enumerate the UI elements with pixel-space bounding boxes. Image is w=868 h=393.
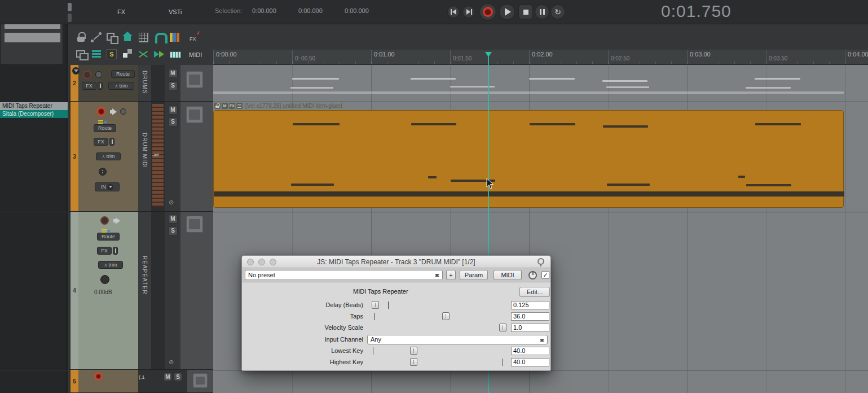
- mute-button[interactable]: M: [164, 373, 172, 381]
- add-preset-button[interactable]: +: [446, 270, 456, 280]
- midi-item[interactable]: [213, 110, 844, 208]
- track-thumbnail[interactable]: [186, 106, 203, 123]
- midi-note[interactable]: [738, 176, 745, 178]
- param-value-box[interactable]: 40.0: [511, 347, 549, 355]
- midi-bass-note[interactable]: [214, 191, 844, 197]
- record-arm-button[interactable]: [97, 107, 105, 116]
- theme-colors-icon[interactable]: [168, 30, 182, 44]
- record-arm-button[interactable]: [95, 373, 102, 380]
- midi-note[interactable]: [603, 125, 648, 128]
- param-value-box[interactable]: 36.0: [511, 312, 549, 321]
- speaker-icon[interactable]: [110, 108, 117, 115]
- mute-button[interactable]: M: [168, 106, 178, 115]
- selection-end-time[interactable]: 0:00.000: [298, 7, 323, 14]
- fx-chain-item-sitala-decomposer[interactable]: Sitala (Decomposer): [0, 110, 68, 118]
- track-5-number[interactable]: 5: [71, 370, 78, 392]
- snap-magnet-icon[interactable]: [152, 30, 166, 44]
- grouping-icon[interactable]: [105, 30, 118, 44]
- trim-button[interactable]: ∧ trim: [108, 82, 134, 90]
- project-home-icon[interactable]: [121, 30, 134, 44]
- track-2[interactable]: 2 Route FX ∧ trim DRUMS M S: [69, 65, 213, 102]
- record-arm-button[interactable]: [83, 71, 91, 79]
- crossfade-icon[interactable]: [136, 47, 150, 61]
- play-button[interactable]: [499, 4, 515, 20]
- pause-button[interactable]: [535, 5, 549, 19]
- lock-icon[interactable]: [74, 30, 88, 44]
- midi-note[interactable]: [607, 184, 650, 186]
- solo-button[interactable]: S: [168, 226, 178, 235]
- input-dropdown-icon[interactable]: [107, 184, 113, 190]
- midi-note[interactable]: [755, 123, 801, 125]
- mute-button[interactable]: M: [168, 215, 178, 224]
- notes-badge[interactable]: [236, 103, 243, 109]
- envelope-routing-icon[interactable]: [90, 30, 103, 44]
- stop-button[interactable]: [518, 5, 533, 19]
- fx-bypass-icon[interactable]: ✗ FX: [187, 30, 201, 44]
- edit-button[interactable]: Edit...: [519, 287, 550, 297]
- go-to-start-button[interactable]: [447, 6, 460, 18]
- record-button[interactable]: [479, 3, 496, 20]
- track-4-number[interactable]: 4: [71, 212, 78, 369]
- fx-button[interactable]: FX: [97, 247, 112, 255]
- param-slider-handle[interactable]: [372, 301, 379, 309]
- param-button[interactable]: Param: [460, 270, 488, 280]
- volume-readout[interactable]: 0.00dB: [94, 289, 112, 295]
- track-3-number[interactable]: 3: [71, 102, 78, 211]
- media-items-icon[interactable]: [121, 47, 134, 61]
- folder-collapse-button[interactable]: [72, 67, 80, 75]
- preset-dropdown[interactable]: No preset: [245, 270, 443, 280]
- route-button[interactable]: Route: [111, 70, 135, 78]
- vsti-tab[interactable]: VSTi: [169, 8, 182, 15]
- solo-badge-icon[interactable]: S: [105, 47, 118, 61]
- phase-button[interactable]: ⊘: [169, 199, 174, 206]
- close-button[interactable]: [247, 259, 254, 265]
- param-dropdown[interactable]: Any: [367, 335, 548, 344]
- track-2-name[interactable]: DRUMS: [142, 71, 148, 94]
- midi-arrows-icon[interactable]: [152, 47, 166, 61]
- track-5[interactable]: 5 (.1 M S: [69, 370, 213, 393]
- fx-tab[interactable]: FX: [117, 8, 125, 15]
- solo-button[interactable]: S: [174, 373, 182, 381]
- param-value-box[interactable]: 0.125: [511, 301, 549, 309]
- media-item-label-row[interactable]: M FX [Vel x1778.28] untitled MIDI item-g…: [214, 102, 342, 109]
- param-slider-handle[interactable]: [410, 358, 417, 366]
- panel-row[interactable]: [5, 33, 60, 42]
- fx-enabled-checkbox[interactable]: ✓: [541, 271, 549, 279]
- param-slider-handle[interactable]: [410, 347, 417, 355]
- track-thumbnail[interactable]: [186, 216, 203, 233]
- speaker-icon[interactable]: [113, 217, 121, 224]
- solo-button[interactable]: S: [168, 81, 178, 90]
- track-thumbnail[interactable]: [193, 373, 208, 388]
- mute-badge[interactable]: M: [222, 103, 228, 109]
- scrollbar-thumb[interactable]: [68, 14, 72, 22]
- go-to-end-button[interactable]: [462, 6, 475, 18]
- track-3[interactable]: 3 Route FX ∧ trim IN DRUM MIDI: [69, 102, 213, 212]
- midi-note[interactable]: [293, 123, 340, 125]
- fx-button[interactable]: FX: [82, 82, 96, 90]
- transport-time-display[interactable]: 0:01.750: [661, 2, 732, 21]
- midi-note[interactable]: [530, 123, 575, 125]
- route-button[interactable]: Route: [97, 233, 120, 241]
- midi-toolbar-label[interactable]: MIDI: [189, 51, 202, 58]
- selection-start-time[interactable]: 0:00.000: [252, 7, 276, 14]
- trim-button[interactable]: ∧ trim: [98, 261, 123, 269]
- midi-note[interactable]: [411, 123, 456, 125]
- mixer-screens-icon[interactable]: [74, 47, 88, 61]
- window-titlebar[interactable]: JS: MIDI Taps Repeater - Track 3 "DRUM M…: [242, 256, 550, 268]
- midi-note[interactable]: [428, 176, 437, 178]
- fx-badge[interactable]: FX: [229, 103, 235, 109]
- midi-note[interactable]: [291, 184, 334, 186]
- track-4-name[interactable]: REAPEATER: [142, 256, 148, 295]
- pin-window-icon[interactable]: [537, 257, 544, 266]
- fx-button[interactable]: FX: [94, 138, 108, 146]
- fx-enable-toggle[interactable]: [98, 82, 103, 90]
- track-4[interactable]: 4 Route FX ∧ trim 0.00dB REAPEATER M S: [69, 212, 213, 370]
- scrollbar-thumb[interactable]: [68, 3, 72, 11]
- solo-button[interactable]: S: [168, 117, 178, 126]
- phase-button[interactable]: ⊘: [169, 359, 174, 366]
- fx-chain-item-midi-taps-repeater[interactable]: MIDI Taps Repeater: [0, 102, 68, 110]
- mute-button[interactable]: M: [168, 69, 178, 78]
- midi-button[interactable]: MIDI: [494, 270, 522, 280]
- wet-dry-knob[interactable]: [528, 271, 537, 280]
- piano-keys-icon[interactable]: [168, 47, 182, 61]
